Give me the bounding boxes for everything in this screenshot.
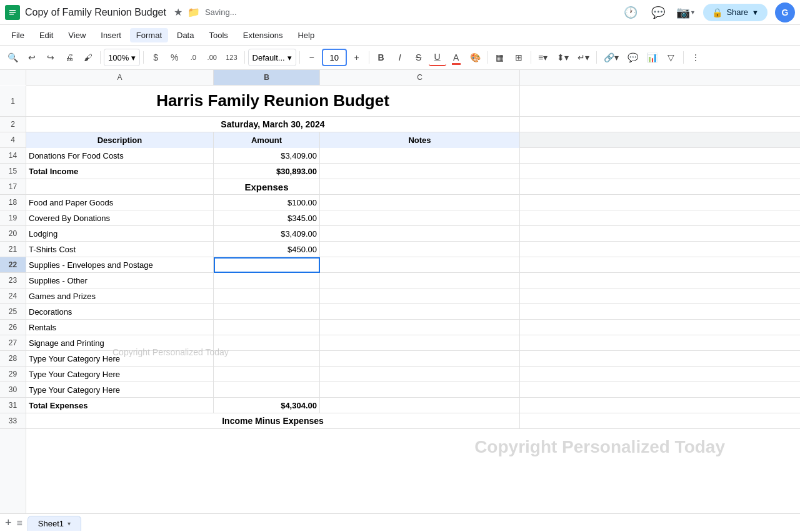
cell-19-a[interactable]: Covered By Donations	[26, 210, 214, 226]
cell-18-b[interactable]: $100.00	[214, 195, 320, 210]
cell-31-b[interactable]: $4,304.00	[214, 398, 320, 413]
star-icon[interactable]: ★	[174, 6, 182, 18]
decrease-font-button[interactable]: −	[303, 49, 321, 66]
fill-color-button[interactable]: 🎨	[466, 49, 484, 66]
cell-23-a[interactable]: Supplies - Other	[26, 273, 214, 288]
font-size-display[interactable]: 10	[322, 49, 347, 66]
zoom-selector[interactable]: 100% ▾	[104, 49, 140, 66]
cell-20-c[interactable]	[320, 226, 520, 242]
cell-17-b[interactable]: Expenses	[214, 179, 320, 195]
cell-28-c[interactable]	[320, 351, 520, 367]
cell-24-c[interactable]	[320, 288, 520, 304]
paint-format-button[interactable]: 🖌	[79, 49, 97, 66]
menu-edit[interactable]: Edit	[33, 28, 59, 42]
bold-button[interactable]: B	[372, 49, 390, 66]
cell-22-a[interactable]: Supplies - Envelopes and Postage	[26, 257, 214, 273]
meet-button[interactable]: 📷▼	[676, 2, 696, 22]
cell-18-a[interactable]: Food and Paper Goods	[26, 195, 214, 210]
font-format-selector[interactable]: Default... ▾	[248, 49, 296, 66]
undo-button[interactable]: ↩	[23, 49, 41, 66]
italic-button[interactable]: I	[391, 49, 409, 66]
cell-27-c[interactable]	[320, 335, 520, 351]
menu-view[interactable]: View	[62, 28, 92, 42]
cell-30-a[interactable]: Type Your Category Here	[26, 382, 214, 398]
cell-25-b[interactable]	[214, 304, 320, 320]
cell-28-a[interactable]: Type Your Category Here	[26, 351, 214, 367]
decrease-decimal-button[interactable]: .0	[184, 49, 202, 66]
filter-button[interactable]: ▽	[662, 49, 680, 66]
cell-23-b[interactable]	[214, 273, 320, 288]
format-123-button[interactable]: 123	[222, 49, 241, 66]
cell-23-c[interactable]	[320, 273, 520, 288]
cell-31-c[interactable]	[320, 398, 520, 413]
merge-button[interactable]: ⊞	[510, 49, 528, 66]
share-button[interactable]: 🔒 Share ▼	[703, 4, 768, 21]
wrap-button[interactable]: ↵▾	[574, 49, 593, 66]
cell-29-b[interactable]	[214, 367, 320, 382]
cell-20-b[interactable]: $3,409.00	[214, 226, 320, 242]
menu-tools[interactable]: Tools	[202, 28, 234, 42]
cell-29-c[interactable]	[320, 367, 520, 382]
menu-insert[interactable]: Insert	[94, 28, 128, 42]
date-cell[interactable]: Saturday, March 30, 2024	[26, 117, 520, 132]
currency-button[interactable]: $	[147, 49, 164, 66]
cell-24-b[interactable]	[214, 288, 320, 304]
more-button[interactable]: ⋮	[687, 49, 704, 66]
col-header-b[interactable]: B	[214, 70, 320, 85]
cell-14-b[interactable]: $3,409.00	[214, 148, 320, 164]
search-button[interactable]: 🔍	[4, 49, 22, 66]
strikethrough-button[interactable]: S	[410, 49, 428, 66]
insert-chart-button[interactable]: 📊	[643, 49, 661, 66]
cell-24-a[interactable]: Games and Prizes	[26, 288, 214, 304]
cell-28-b[interactable]	[214, 351, 320, 367]
cell-15-a[interactable]: Total Income	[26, 164, 214, 179]
cell-18-c[interactable]	[320, 195, 520, 210]
insert-comment-button[interactable]: 💬	[624, 49, 642, 66]
avatar[interactable]: G	[775, 2, 795, 22]
insert-link-button[interactable]: 🔗▾	[600, 49, 622, 66]
redo-button[interactable]: ↪	[42, 49, 59, 66]
history-button[interactable]: 🕐	[621, 2, 641, 22]
cell-21-a[interactable]: T-Shirts Cost	[26, 242, 214, 257]
text-color-button[interactable]: A	[448, 49, 465, 66]
cell-30-b[interactable]	[214, 382, 320, 398]
valign-button[interactable]: ⬍▾	[553, 49, 572, 66]
cell-14-a[interactable]: Donations For Food Costs	[26, 148, 214, 164]
align-button[interactable]: ≡▾	[534, 49, 552, 66]
cell-31-a[interactable]: Total Expenses	[26, 398, 214, 413]
menu-data[interactable]: Data	[171, 28, 200, 42]
col-header-a[interactable]: A	[26, 70, 214, 85]
cell-19-b[interactable]: $345.00	[214, 210, 320, 226]
cell-25-c[interactable]	[320, 304, 520, 320]
comment-button[interactable]: 💬	[648, 2, 668, 22]
cell-30-c[interactable]	[320, 382, 520, 398]
cell-22-b[interactable]	[214, 257, 320, 273]
cell-21-b[interactable]: $450.00	[214, 242, 320, 257]
folder-icon[interactable]: 📁	[188, 6, 200, 18]
increase-decimal-button[interactable]: .00	[203, 49, 221, 66]
underline-button[interactable]: U	[429, 49, 446, 66]
menu-file[interactable]: File	[5, 28, 31, 42]
col-header-c[interactable]: C	[320, 70, 520, 85]
cell-17-c[interactable]	[320, 179, 520, 195]
cell-19-c[interactable]	[320, 210, 520, 226]
cell-25-a[interactable]: Decorations	[26, 304, 214, 320]
print-button[interactable]: 🖨	[61, 49, 78, 66]
cell-22-c[interactable]	[320, 257, 520, 273]
cell-15-c[interactable]	[320, 164, 520, 179]
increase-font-button[interactable]: +	[348, 49, 366, 66]
income-minus-cell[interactable]: Income Minus Expenses	[26, 413, 520, 428]
border-button[interactable]: ▦	[491, 49, 509, 66]
menu-extensions[interactable]: Extensions	[237, 28, 289, 42]
cell-26-b[interactable]	[214, 320, 320, 335]
menu-help[interactable]: Help	[291, 28, 321, 42]
cell-27-b[interactable]	[214, 335, 320, 351]
cell-15-b[interactable]: $30,893.00	[214, 164, 320, 179]
menu-format[interactable]: Format	[130, 28, 168, 42]
cell-20-a[interactable]: Lodging	[26, 226, 214, 242]
cell-27-a[interactable]: Signage and Printing	[26, 335, 214, 351]
cell-29-a[interactable]: Type Your Category Here	[26, 367, 214, 382]
title-cell[interactable]: Harris Family Reunion Budget	[26, 86, 520, 116]
cell-17-a[interactable]	[26, 179, 214, 195]
cell-26-a[interactable]: Rentals	[26, 320, 214, 335]
